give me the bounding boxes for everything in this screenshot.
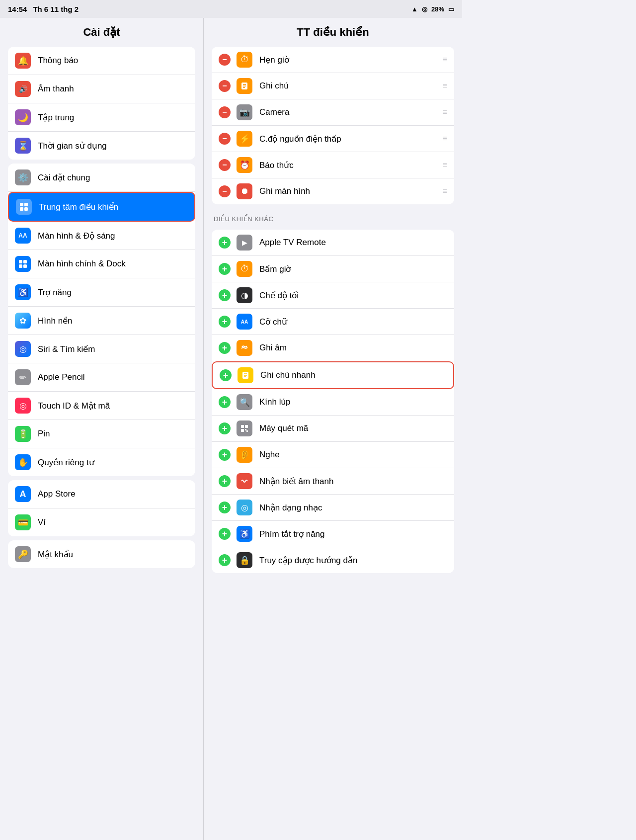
add-co-chu-btn[interactable]: +	[219, 316, 231, 328]
remove-ghi-chu-btn[interactable]: −	[219, 80, 231, 92]
control-apple-tv-remote[interactable]: + ▶ Apple TV Remote	[212, 230, 454, 256]
control-truy-cap[interactable]: + 🔒 Truy cập được hướng dẫn	[212, 547, 454, 573]
remove-c-do-nguon-btn[interactable]: −	[219, 133, 231, 145]
svg-rect-3	[24, 207, 28, 211]
control-c-do-nguon[interactable]: − ⚡ C.độ nguồn điện thấp ≡	[212, 126, 454, 152]
bao-thuc-drag[interactable]: ≡	[443, 161, 447, 169]
add-may-quet-ma-btn[interactable]: +	[219, 422, 231, 434]
siri-icon: ◎	[15, 341, 31, 357]
control-bao-thuc[interactable]: − ⏰ Báo thức ≡	[212, 152, 454, 178]
sidebar-item-cai-dat-chung[interactable]: ⚙️ Cài đặt chung	[8, 164, 195, 192]
c-do-nguon-drag[interactable]: ≡	[443, 134, 447, 143]
che-do-toi-label: Chế độ tối	[259, 290, 447, 301]
remove-hen-gio-btn[interactable]: −	[219, 54, 231, 66]
sidebar-item-quyen[interactable]: ✋ Quyền riêng tư	[8, 448, 195, 476]
svg-rect-2	[20, 207, 23, 211]
ghi-man-hinh-drag[interactable]: ≡	[443, 187, 447, 196]
touch-id-label: Touch ID & Mật mã	[38, 401, 110, 411]
add-ghi-am-btn[interactable]: +	[219, 342, 231, 354]
remove-camera-btn[interactable]: −	[219, 106, 231, 118]
hen-gio-drag[interactable]: ≡	[443, 55, 447, 64]
control-kinh-lup[interactable]: + 🔍 Kính lúp	[212, 389, 454, 416]
svg-rect-0	[20, 203, 23, 206]
camera-drag[interactable]: ≡	[443, 108, 447, 117]
remove-ghi-man-hinh-btn[interactable]: −	[219, 185, 231, 197]
sidebar-item-thoi-gian[interactable]: ⌛ Thời gian sử dụng	[8, 132, 195, 160]
sidebar-group-3: A App Store 💳 Ví	[8, 480, 195, 536]
am-thanh-icon: 🔊	[15, 81, 31, 97]
bam-gio-icon: ⏱	[237, 261, 252, 277]
add-che-do-toi-btn[interactable]: +	[219, 289, 231, 301]
add-ghi-chu-nhanh-btn[interactable]: +	[220, 369, 232, 381]
bam-gio-label: Bấm giờ	[259, 264, 447, 274]
more-controls: + ▶ Apple TV Remote + ⏱ Bấm giờ + ◑ Chế …	[212, 230, 454, 573]
control-hen-gio[interactable]: − ⏱ Hẹn giờ ≡	[212, 47, 454, 73]
add-kinh-lup-btn[interactable]: +	[219, 396, 231, 408]
add-nghe-btn[interactable]: +	[219, 449, 231, 461]
sidebar-item-am-thanh[interactable]: 🔊 Âm thanh	[8, 75, 195, 103]
ghi-chu-drag[interactable]: ≡	[443, 82, 447, 90]
add-nhan-biet-am-thanh-btn[interactable]: +	[219, 475, 231, 487]
control-nghe[interactable]: + 👂 Nghe	[212, 442, 454, 468]
control-co-chu[interactable]: + AA Cỡ chữ	[212, 309, 454, 335]
control-may-quet-ma[interactable]: + Máy quét mã	[212, 416, 454, 442]
remove-bao-thuc-btn[interactable]: −	[219, 159, 231, 171]
nhan-dang-nhac-icon: ◎	[237, 500, 252, 515]
nghe-label: Nghe	[259, 450, 447, 460]
control-nhan-dang-nhac[interactable]: + ◎ Nhận dạng nhạc	[212, 495, 454, 521]
hen-gio-label: Hẹn giờ	[259, 55, 443, 65]
bao-thuc-label: Báo thức	[259, 160, 443, 170]
kinh-lup-icon: 🔍	[237, 394, 252, 410]
control-camera[interactable]: − 📷 Camera ≡	[212, 99, 454, 126]
control-che-do-toi[interactable]: + ◑ Chế độ tối	[212, 282, 454, 309]
add-phim-tat-tro-nang-btn[interactable]: +	[219, 528, 231, 540]
right-panel: TT điều khiển − ⏱ Hẹn giờ ≡ −	[204, 18, 462, 840]
mat-khau-label: Mật khẩu	[38, 549, 73, 560]
add-bam-gio-btn[interactable]: +	[219, 263, 231, 275]
svg-rect-17	[245, 425, 248, 428]
control-nhan-biet-am-thanh[interactable]: + Nhận biết âm thanh	[212, 468, 454, 495]
hen-gio-icon: ⏱	[237, 52, 252, 68]
sidebar-item-app-store[interactable]: A App Store	[8, 480, 195, 508]
sidebar-item-mat-khau[interactable]: 🔑 Mật khẩu	[8, 540, 195, 568]
thoi-gian-label: Thời gian sử dụng	[38, 141, 107, 151]
sidebar-group-1: 🔔 Thông báo 🔊 Âm thanh 🌙 Tập trung ⌛ Thờ…	[8, 47, 195, 160]
svg-rect-20	[246, 430, 248, 432]
thong-bao-icon: 🔔	[15, 53, 31, 69]
sidebar-item-trung-tam[interactable]: Trung tâm điều khiển	[8, 192, 195, 222]
ghi-man-hinh-label: Ghi màn hình	[259, 186, 443, 196]
sidebar-item-tro-nang[interactable]: ♿ Trợ năng	[8, 278, 195, 307]
sidebar-group-2: ⚙️ Cài đặt chung Trung tâm điều khiển AA…	[8, 164, 195, 476]
control-ghi-am[interactable]: + Ghi âm	[212, 335, 454, 361]
ghi-chu-label: Ghi chú	[259, 81, 443, 91]
control-bam-gio[interactable]: + ⏱ Bấm giờ	[212, 256, 454, 282]
sidebar-item-apple-pencil[interactable]: ✏ Apple Pencil	[8, 363, 195, 392]
nhan-biet-am-thanh-label: Nhận biết âm thanh	[259, 476, 447, 487]
control-phim-tat-tro-nang[interactable]: + ♿ Phím tắt trợ năng	[212, 521, 454, 547]
status-bar: 14:54 Th 6 11 thg 2 ▲ ◎ 28% ▭	[0, 0, 462, 18]
control-ghi-chu[interactable]: − Ghi chú ≡	[212, 73, 454, 99]
sidebar-item-man-hinh[interactable]: AA Màn hình & Độ sáng	[8, 222, 195, 250]
sidebar-item-pin[interactable]: 🔋 Pin	[8, 420, 195, 448]
sidebar-item-siri[interactable]: ◎ Siri & Tìm kiếm	[8, 335, 195, 363]
pin-label: Pin	[38, 429, 50, 439]
phim-tat-tro-nang-label: Phím tắt trợ năng	[259, 529, 447, 539]
sidebar-item-thong-bao[interactable]: 🔔 Thông báo	[8, 47, 195, 75]
sidebar-item-hinh-nen[interactable]: ✿ Hình nền	[8, 307, 195, 335]
status-left: 14:54 Th 6 11 thg 2	[8, 5, 79, 13]
status-right: ▲ ◎ 28% ▭	[411, 5, 454, 13]
svg-rect-1	[24, 203, 28, 206]
control-ghi-man-hinh[interactable]: − ⏺ Ghi màn hình ≡	[212, 178, 454, 204]
sidebar-item-touch-id[interactable]: ◎ Touch ID & Mật mã	[8, 392, 195, 420]
apple-pencil-icon: ✏	[15, 369, 31, 385]
sidebar-item-vi[interactable]: 💳 Ví	[8, 508, 195, 536]
add-truy-cap-btn[interactable]: +	[219, 554, 231, 566]
add-nhan-dang-nhac-btn[interactable]: +	[219, 502, 231, 513]
sidebar-item-tap-trung[interactable]: 🌙 Tập trung	[8, 103, 195, 132]
thoi-gian-icon: ⌛	[15, 138, 31, 154]
cai-dat-chung-label: Cài đặt chung	[38, 172, 90, 183]
control-ghi-chu-nhanh[interactable]: + Ghi chú nhanh	[212, 361, 454, 389]
nghe-icon: 👂	[237, 447, 252, 463]
sidebar-item-man-hinh-chinh[interactable]: Màn hình chính & Dock	[8, 250, 195, 278]
add-apple-tv-remote-btn[interactable]: +	[219, 237, 231, 249]
